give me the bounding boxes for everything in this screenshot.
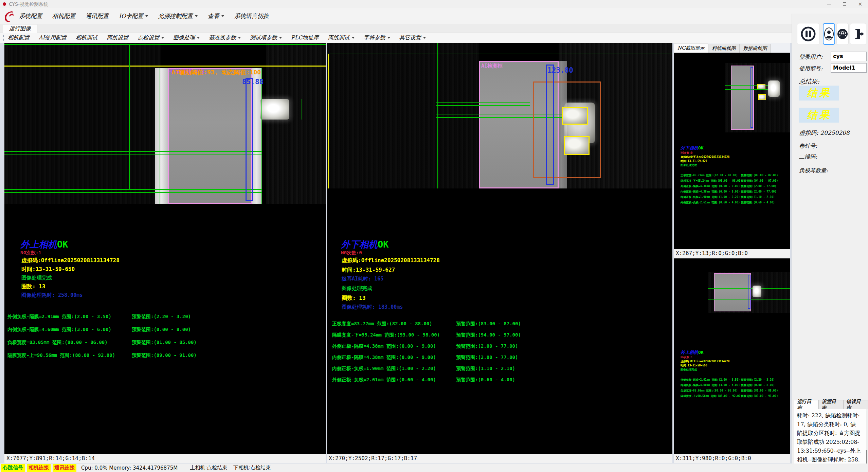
tool-camera-debug[interactable]: 相机调试 — [76, 34, 97, 41]
measurement-row: 内侧正极-负极=1.90mm 范围:(1.00 - 2.20)预警范围:(1.1… — [332, 366, 436, 372]
tool-test-item-params[interactable]: 测试项参数 — [250, 34, 282, 41]
measurement-row: 外侧负极-隔膜=2.91mm 范围:(2.00 - 3.50)预警范围:(2.2… — [7, 314, 111, 320]
measurement-row: 负极宽度=83.05mm 范围:(80.00 - 86.00)预警范围:(81.… — [7, 340, 108, 346]
ng-snapshot-view-1[interactable]: 外下相机OK NG次数:0 虚拟码:Offline202502081331347… — [674, 53, 790, 249]
tab-ng-screenshot[interactable]: NG截图显示 — [674, 43, 708, 53]
user-icon — [824, 27, 834, 41]
tab-detect-box — [564, 136, 590, 155]
upper-camera-view[interactable]: 平均阈值:93, AI辅助阈值:93, 动态阈值:100 85.88 外上相机O… — [4, 43, 326, 454]
chevron-down-icon — [197, 37, 200, 39]
ng-view-1-coords: X:267;Y:13;R:0;G:0;B:0 — [674, 249, 790, 258]
mini-camera-title: 外上相机OK — [681, 349, 704, 356]
menu-item-system-config[interactable]: 系统配置 — [19, 12, 42, 20]
tool-spot-check-setting[interactable]: 点检设置 — [138, 34, 164, 41]
total-result-label: 总结果: — [799, 77, 819, 86]
mini-measure-row: 隔膜宽度-下=95.24mm 范围:(93.00 - 98.00)预警范围:(9… — [681, 179, 742, 183]
menu-item-io-card-config[interactable]: IO卡配置 — [119, 12, 148, 20]
login-user-label: 登录用户: — [799, 54, 822, 61]
chevron-down-icon — [195, 15, 198, 17]
pause-button[interactable] — [797, 23, 819, 45]
mini-measure-row: 内侧负极-隔膜=4.60mm 范围:(3.00 - 6.00)预警范围:(0.0… — [681, 383, 740, 387]
menu-bar: 系统配置 相机配置 通讯配置 IO卡配置 光源控制配置 查看 系统语言切换 — [0, 8, 868, 24]
logout-door-icon — [852, 28, 864, 40]
mini-ng-count: NG次数:1 — [681, 356, 692, 359]
mini-done: 图像处理完成 — [681, 163, 697, 167]
close-button[interactable]: × — [852, 0, 868, 8]
camera-status-title: 外上相机OK — [20, 238, 68, 251]
chevron-down-icon — [387, 37, 390, 39]
log-scrollbar-thumb[interactable] — [866, 450, 867, 464]
tool-offline-debug[interactable]: 离线调试 — [328, 34, 355, 41]
tab-run-log[interactable]: 运行日志 — [794, 400, 819, 409]
menu-item-light-control-config[interactable]: 光源控制配置 — [158, 12, 198, 20]
result-badge-lower: 结果 — [799, 108, 839, 123]
menu-item-language-switch[interactable]: 系统语言切换 — [234, 12, 269, 20]
upper-camera-image: 平均阈值:93, AI辅助阈值:93, 动态阈值:100 85.88 — [4, 43, 326, 204]
exit-button[interactable] — [850, 23, 866, 45]
measurement-row: 正极宽度=83.77mm 范围:(82.00 - 88.00)预警范围:(83.… — [332, 321, 432, 327]
measurement-row: 内侧正极-隔膜=4.38mm 范围:(0.00 - 9.00)预警范围:(2.0… — [332, 355, 436, 361]
info-panel: 登录用户: cys 使用型号: Model1 总结果: 结果 结果 虚拟码: 2… — [792, 14, 868, 472]
run-log-text[interactable]: 耗时: 222, 缺陷检测耗时: 17, 缺陷分类耗时: 0, 缺陷提取分区耗时… — [794, 409, 866, 471]
user-management-button[interactable] — [836, 23, 849, 45]
tool-ai-use-config[interactable]: AI使用配置 — [39, 34, 67, 41]
tool-other-settings[interactable]: 其它设置 — [399, 34, 426, 41]
tool-char-params[interactable]: 字符参数 — [364, 34, 390, 41]
camera-connect-badge: 相机连接 — [27, 464, 51, 472]
menu-item-camera-config[interactable]: 相机配置 — [52, 12, 75, 20]
chevron-down-icon — [352, 37, 355, 39]
model-label: 使用型号: — [799, 65, 822, 72]
lower-camera-view[interactable]: AI检测框 123.80 外下相机OK NG次数:0 虚拟码:Offline20… — [327, 43, 672, 454]
measurement-row: 隔膜宽度-下=95.24mm 范围:(93.00 - 98.00)预警范围:(9… — [332, 332, 440, 338]
maximize-button[interactable] — [837, 0, 852, 8]
mini-measure-row: 内侧正极-负极=1.90mm 范围:(1.00 - 2.20)预警范围:(1.1… — [681, 195, 740, 199]
minimize-button[interactable] — [821, 0, 837, 8]
ai-threshold-overlay: AI辅助阈值:93, 动态阈值:100 — [171, 68, 261, 76]
lower-camera-coords: X:270;Y:2502;R:17;G:17;B:17 — [327, 454, 672, 463]
mini-measure-row: 内侧正极-隔膜=4.38mm 范围:(0.00 - 9.00)预警范围:(2.0… — [681, 190, 740, 194]
mini-ng-count: NG次数:0 — [681, 151, 692, 155]
mini-time: 时间:13-31-59-627 — [681, 159, 707, 163]
tab-setting-log[interactable]: 设置日志 — [819, 400, 844, 409]
electrode-sheet-roi — [168, 68, 252, 204]
blue-measure-box — [546, 65, 554, 185]
tab-run-image[interactable]: 运行图像 — [3, 24, 37, 33]
ng-snapshot-view-2[interactable]: 外上相机OK NG次数:1 虚拟码:Offline202502081331347… — [674, 258, 790, 454]
model-field[interactable]: Model1 — [831, 63, 867, 73]
time-stamp: 时间:13-31-59-627 — [342, 267, 395, 274]
tool-plc-address-lib[interactable]: PLC地址库 — [291, 34, 319, 41]
time-stamp: 时间:13-31-59-650 — [21, 266, 75, 273]
ng-view-2-coords: X:311;Y:980;R:0;G:0;B:0 — [674, 454, 790, 463]
tool-baseline-params[interactable]: 基准线参数 — [209, 34, 241, 41]
tab-line-curve[interactable]: 料线曲线图 — [708, 44, 739, 53]
tool-image-processing[interactable]: 图像处理 — [173, 34, 200, 41]
log-tab-strip: 运行日志 设置日志 错误日志 — [794, 400, 868, 409]
chevron-down-icon — [423, 37, 426, 39]
toolbar-grip-handle[interactable] — [3, 35, 4, 41]
login-user-field[interactable]: cys — [831, 52, 867, 61]
loop-count: 圈数: 13 — [21, 283, 46, 290]
lower-camera-image: AI检测框 123.80 — [327, 43, 672, 188]
tool-offline-setting[interactable]: 离线设置 — [107, 34, 128, 41]
menu-item-comm-config[interactable]: 通讯配置 — [86, 12, 109, 20]
app-window: CYS-视觉检测系统 × 系统配置 相机配置 通讯配置 IO卡配置 光源控制配置… — [0, 0, 868, 472]
current-user-button[interactable] — [823, 23, 835, 45]
menu-item-view[interactable]: 查看 — [208, 12, 224, 20]
mini-time: 时间:13-31-59-650 — [681, 364, 707, 367]
tool-camera-config[interactable]: 相机配置 — [8, 34, 30, 41]
brand-logo-icon — [2, 10, 16, 23]
loop-count: 圈数: 13 — [342, 295, 366, 302]
mini-done: 图像处理完成 — [681, 368, 697, 371]
chevron-down-icon — [238, 37, 241, 39]
app-icon — [3, 2, 6, 6]
mini-virtual-code: 虚拟码:Offline20250208133134728 — [681, 155, 729, 159]
tab-error-log[interactable]: 错误日志 — [843, 400, 868, 409]
ng-count: NG次数:1 — [20, 250, 41, 256]
upper-camera-check-status: 上相机:点检结束 — [190, 465, 227, 471]
tab-data-curve[interactable]: 数据曲线图 — [739, 44, 771, 53]
status-bar: 心跳信号 相机连接 通讯连接 Cpu: 0.0% Memory: 3424.41… — [0, 464, 868, 472]
camera-status-title: 外下相机OK — [341, 238, 389, 251]
measure-value-overlay: 85.88 — [242, 78, 264, 86]
roll-pin-label: 卷针号: — [799, 143, 817, 150]
blue-measure-box — [246, 78, 253, 201]
